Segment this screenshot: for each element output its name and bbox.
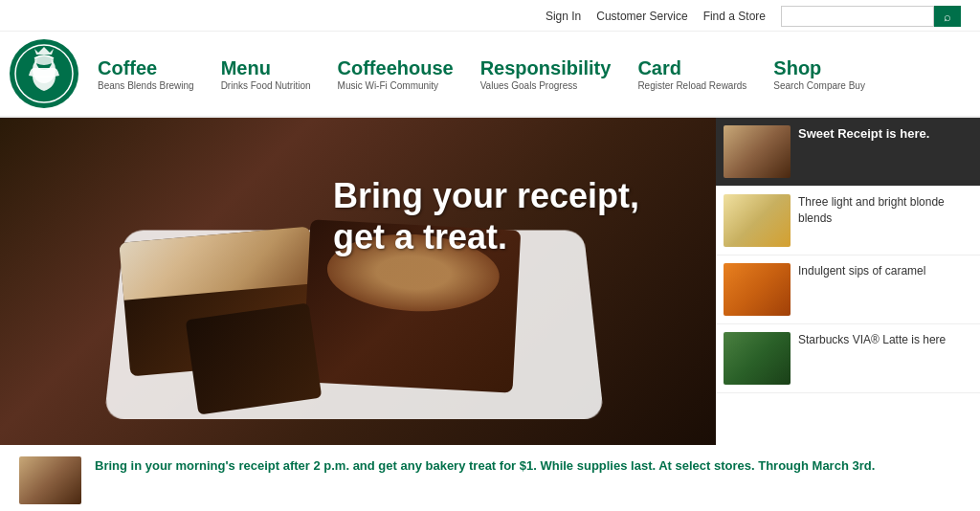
hero-wrapper: Bring your receipt, get a treat. ‹ <box>0 118 716 445</box>
sidebar-text-0: Sweet Receipt is here. <box>798 125 972 143</box>
sidebar-thumb-3 <box>724 332 791 385</box>
nav-container: Coffee Beans Blends Brewing Menu Drinks … <box>0 32 980 118</box>
nav-sub-coffeehouse: Music Wi-Fi Community <box>338 79 454 92</box>
find-store-link[interactable]: Find a Store <box>703 10 766 23</box>
sidebar-item-3[interactable]: Starbucks VIA® Latte is here <box>716 324 980 393</box>
search-form: ⌕ <box>781 6 961 27</box>
search-button[interactable]: ⌕ <box>934 6 961 27</box>
nav-item-coffeehouse[interactable]: Coffeehouse Music Wi-Fi Community <box>338 56 454 92</box>
nav-label-coffeehouse: Coffeehouse <box>338 56 454 79</box>
sidebar-text-1: Three light and bright blonde blends <box>798 194 972 227</box>
logo[interactable] <box>10 39 78 108</box>
nav-label-coffee: Coffee <box>98 56 194 79</box>
search-input[interactable] <box>781 6 934 27</box>
nav-item-menu[interactable]: Menu Drinks Food Nutrition <box>221 56 311 92</box>
main-nav: Coffee Beans Blends Brewing Menu Drinks … <box>98 56 865 92</box>
sidebar-text-3: Starbucks VIA® Latte is here <box>798 332 972 348</box>
nav-sub-menu: Drinks Food Nutrition <box>221 79 311 92</box>
nav-item-responsibility[interactable]: Responsibility Values Goals Progress <box>480 56 612 92</box>
sidebar-item-1[interactable]: Three light and bright blonde blends <box>716 187 980 256</box>
nav-label-shop: Shop <box>773 56 865 79</box>
nav-sub-shop: Search Compare Buy <box>773 79 865 92</box>
sidebar-item-0[interactable]: Sweet Receipt is here. <box>716 118 980 187</box>
sidebar-thumb-0 <box>724 125 791 178</box>
hero-headline-line1: Bring your receipt, <box>333 175 639 216</box>
search-icon: ⌕ <box>944 10 951 24</box>
nav-label-menu: Menu <box>221 56 311 79</box>
nav-item-card[interactable]: Card Register Reload Rewards <box>637 56 746 92</box>
caption-thumb <box>19 456 81 504</box>
nav-label-card: Card <box>637 56 746 79</box>
hero-headline-line2: get a treat. <box>333 216 639 257</box>
nav-sub-card: Register Reload Rewards <box>637 79 746 92</box>
nav-label-responsibility: Responsibility <box>480 56 612 79</box>
signin-link[interactable]: Sign In <box>546 10 581 23</box>
caption-area: Bring in your morning's receipt after 2 … <box>0 445 980 511</box>
caption-text: Bring in your morning's receipt after 2 … <box>95 456 875 476</box>
brownie3 <box>186 302 323 414</box>
main-content: Bring your receipt, get a treat. ‹ Sweet… <box>0 118 980 445</box>
nav-sub-responsibility: Values Goals Progress <box>480 79 612 92</box>
hero-headline: Bring your receipt, get a treat. <box>333 175 639 257</box>
hero-text: Bring your receipt, get a treat. <box>333 175 639 257</box>
nav-item-coffee[interactable]: Coffee Beans Blends Brewing <box>98 56 194 92</box>
hero-image: Bring your receipt, get a treat. ‹ <box>0 118 716 445</box>
sidebar-thumb-2 <box>724 263 791 316</box>
sidebar: Sweet Receipt is here. Three light and b… <box>716 118 980 445</box>
sidebar-thumb-1 <box>724 194 791 247</box>
sidebar-text-2: Indulgent sips of caramel <box>798 263 972 279</box>
customer-service-link[interactable]: Customer Service <box>596 10 687 23</box>
nav-item-shop[interactable]: Shop Search Compare Buy <box>773 56 865 92</box>
nav-sub-coffee: Beans Blends Brewing <box>98 79 194 92</box>
top-bar: Sign In Customer Service Find a Store ⌕ <box>0 0 980 32</box>
sidebar-item-2[interactable]: Indulgent sips of caramel <box>716 256 980 324</box>
